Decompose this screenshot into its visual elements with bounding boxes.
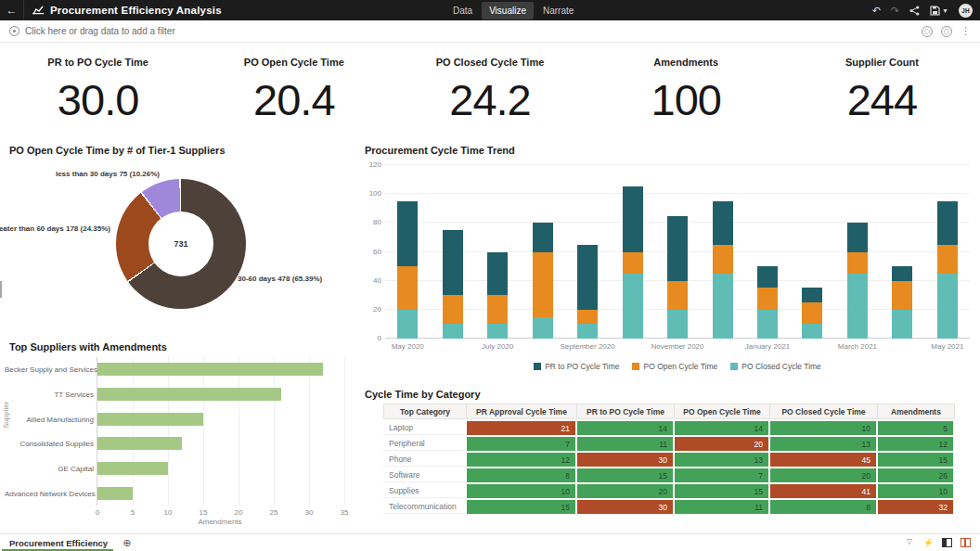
trend-bar-november-2020[interactable] [667, 216, 688, 339]
value-cell[interactable]: 8 [467, 468, 577, 482]
category-cell[interactable]: Supplies [383, 484, 467, 498]
value-cell[interactable]: 14 [577, 421, 675, 435]
value-cell[interactable]: 13 [675, 453, 770, 467]
supplier-bar-consolidated-supplies[interactable] [97, 437, 182, 450]
value-cell[interactable]: 26 [878, 468, 955, 482]
nav-tab-visualize[interactable]: Visualize [482, 2, 534, 19]
value-cell[interactable]: 7 [467, 437, 577, 451]
x-tick-label: November 2020 [651, 342, 704, 351]
trend-bar-october-2020[interactable] [623, 186, 643, 339]
kpi-card-4[interactable]: Supplier Count244 [784, 48, 980, 137]
supplier-bar-tt-services[interactable] [97, 388, 281, 401]
table-title: Cycle Time by Category [365, 389, 481, 400]
value-cell[interactable]: 15 [878, 453, 955, 467]
share-icon[interactable] [909, 6, 920, 16]
donut-label-30-60: 30-60 days 478 (65.39%) [238, 275, 322, 283]
trend-bar-september-2020[interactable] [577, 245, 598, 339]
legend-item[interactable]: PR to PO Cycle Time [534, 362, 619, 371]
trend-bar-february-2021[interactable] [802, 288, 822, 339]
nav-tab-narrate[interactable]: Narrate [535, 2, 581, 19]
value-cell[interactable]: 5 [878, 421, 955, 435]
save-caret-icon[interactable]: ▼ [942, 7, 948, 14]
category-cell[interactable]: Laptop [383, 421, 467, 435]
value-cell[interactable]: 20 [770, 468, 878, 482]
segment-po-closed-cycle-time [667, 310, 688, 339]
trend-bar-august-2020[interactable] [533, 223, 553, 339]
kpi-card-1[interactable]: PO Open Cycle Time20.4 [196, 48, 392, 137]
trend-bar-march-2021[interactable] [847, 223, 868, 339]
value-cell[interactable]: 11 [577, 437, 675, 451]
trend-bar-may-2020[interactable] [397, 201, 418, 339]
value-cell[interactable]: 15 [675, 484, 770, 498]
value-cell[interactable]: 7 [675, 468, 770, 482]
value-cell[interactable]: 45 [770, 453, 878, 467]
trend-bar-january-2021[interactable] [757, 266, 778, 339]
value-cell[interactable]: 10 [467, 484, 577, 498]
back-button[interactable]: ← [0, 0, 24, 20]
kebab-menu-icon[interactable]: ⋮ [961, 25, 971, 37]
conditional-formatting-icon[interactable] [922, 26, 933, 37]
add-page-icon[interactable]: ⊕ [122, 537, 131, 549]
value-cell[interactable]: 11 [675, 500, 770, 514]
avatar[interactable]: JH [959, 4, 973, 18]
value-cell[interactable]: 10 [770, 421, 878, 435]
category-cell[interactable]: Telecommunication [383, 500, 467, 514]
trend-bar-june-2020[interactable] [443, 230, 463, 339]
value-cell[interactable]: 12 [467, 453, 577, 467]
value-cell[interactable]: 20 [577, 484, 675, 498]
value-cell[interactable]: 15 [577, 468, 675, 482]
value-cell[interactable]: 30 [577, 500, 675, 514]
value-cell[interactable]: 41 [770, 484, 878, 498]
segment-po-closed-cycle-time [533, 317, 553, 339]
trend-bar-may-2021[interactable] [937, 201, 958, 339]
v-gridline-20 [239, 357, 239, 506]
category-cell[interactable]: Peripheral [383, 437, 467, 451]
value-cell[interactable]: 21 [467, 421, 577, 435]
kpi-card-0[interactable]: PR to PO Cycle Time30.0 [0, 48, 196, 137]
value-cell[interactable]: 13 [770, 437, 878, 451]
trend-bar-december-2020[interactable] [713, 201, 733, 339]
funnel-icon[interactable] [907, 539, 915, 547]
legend-item[interactable]: PO Open Cycle Time [632, 362, 717, 371]
mobile-layout-icon[interactable] [961, 538, 971, 547]
supplier-bar-ge-capital[interactable] [97, 462, 168, 475]
segment-po-open-cycle-time [487, 295, 508, 324]
column-header[interactable]: PO Open Cycle Time [675, 404, 770, 419]
column-header[interactable]: PR to PO Cycle Time [577, 404, 675, 419]
legend-item[interactable]: PO Closed Cycle Time [730, 362, 821, 371]
value-cell[interactable]: 14 [675, 421, 770, 435]
value-cell[interactable]: 32 [878, 500, 955, 514]
value-cell[interactable]: 10 [878, 484, 955, 498]
supplier-bar-advanced-network-devices[interactable] [97, 487, 133, 500]
widget-properties-icon[interactable] [941, 26, 952, 37]
supplier-bar-becker-supply-and-services[interactable] [97, 363, 323, 376]
category-cell[interactable]: Software [383, 468, 467, 482]
kpi-card-2[interactable]: PO Closed Cycle Time24.2 [392, 48, 587, 137]
trend-bar-april-2021[interactable] [892, 266, 912, 339]
column-header[interactable]: PR Approval Cycle Time [467, 404, 577, 419]
save-button[interactable]: ▼ [930, 6, 948, 16]
column-header[interactable]: PO Closed Cycle Time [770, 404, 878, 419]
add-filter-button[interactable]: Click here or drag data to add a filter [9, 26, 175, 36]
desktop-layout-icon[interactable] [942, 538, 952, 547]
nav-tab-data[interactable]: Data [445, 2, 480, 19]
trend-widget: Procurement Cycle Time Trend 02040608010… [362, 139, 980, 382]
supplier-bar-allied-manufacturing[interactable] [97, 413, 203, 426]
trend-bar-july-2020[interactable] [487, 252, 508, 339]
redo-icon[interactable]: ↷ [891, 6, 899, 16]
v-gridline-30 [309, 357, 310, 506]
value-cell[interactable]: 20 [675, 437, 770, 451]
category-cell[interactable]: Phone [383, 453, 467, 467]
suppliers-title: Top Suppliers with Amendments [9, 341, 167, 352]
column-header[interactable]: Top Category [383, 404, 467, 419]
column-header[interactable]: Amendments [878, 404, 955, 419]
undo-icon[interactable]: ↶ [872, 6, 881, 16]
value-cell[interactable]: 30 [577, 453, 675, 467]
kpi-card-3[interactable]: Amendments100 [588, 48, 784, 137]
value-cell[interactable]: 8 [770, 500, 878, 514]
spark-icon[interactable]: ⚡ [923, 538, 934, 547]
value-cell[interactable]: 12 [878, 437, 955, 451]
value-cell[interactable]: 15 [467, 500, 577, 514]
trend-bar-column [790, 165, 834, 339]
page-tab-procurement-efficiency[interactable]: Procurement Efficiency [0, 534, 119, 551]
